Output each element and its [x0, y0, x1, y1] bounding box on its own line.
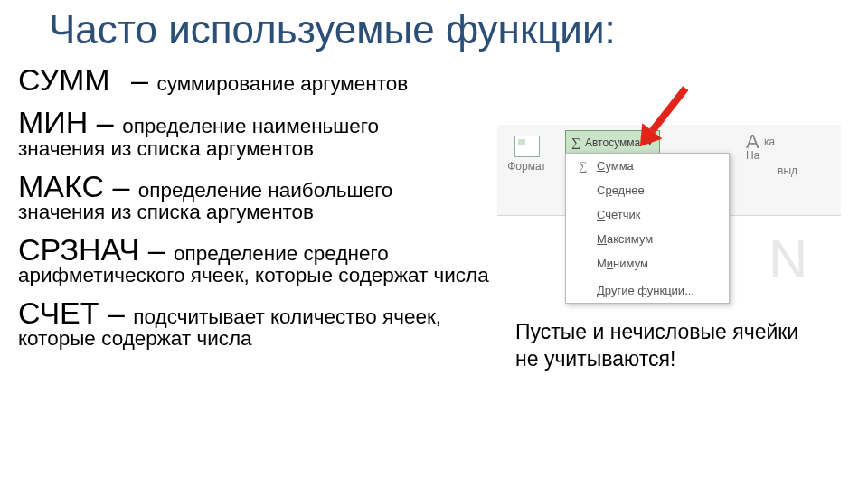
fn-desc-cont: значения из списка аргументов: [18, 202, 497, 224]
menu-label: Другие функции...: [597, 284, 694, 297]
sigma-icon: ∑: [575, 159, 591, 174]
function-definitions: СУММ – суммирование аргументов МИН – опр…: [18, 54, 497, 351]
def-count: СЧЕТ – подсчитывает количество ячеек, ко…: [18, 296, 497, 351]
fn-desc: подсчитывает количество ячеек,: [133, 305, 441, 328]
side-note: Пустые и нечисловые ячейки не учитываютс…: [515, 319, 823, 373]
rt-text2: На: [746, 149, 760, 162]
menu-label: Среднее: [597, 183, 645, 197]
fn-name: МИН: [18, 105, 88, 139]
fn-name: СЧЕТ: [18, 296, 99, 330]
autosum-dropdown-menu: ∑Сумма ∑Среднее ∑Счетчик ∑Максимум ∑Мини…: [565, 153, 730, 304]
menu-item-count[interactable]: ∑Счетчик: [566, 202, 729, 227]
format-label: Формат: [507, 160, 546, 173]
menu-item-min[interactable]: ∑Минимум: [566, 251, 729, 276]
fn-desc: определение наименьшего: [122, 115, 379, 137]
fn-desc-cont: арифметического ячеек, которые содержат …: [18, 265, 497, 287]
fn-name: МАКС: [18, 169, 104, 203]
def-max: МАКС – определение наибольшего значения …: [18, 170, 497, 224]
menu-item-avg[interactable]: ∑Среднее: [566, 178, 729, 202]
menu-label: Минимум: [597, 257, 648, 270]
menu-item-other[interactable]: ∑Другие функции...: [566, 278, 729, 303]
fn-name: СУММ: [18, 62, 110, 97]
slide-title: Часто используемые функции:: [49, 7, 616, 52]
excel-screenshot: Формат ∑ Автосумма ▼ A ка На выд N ∑Сумм…: [497, 92, 841, 300]
def-summ: СУММ – суммирование аргументов: [18, 63, 497, 97]
fn-desc: определение наибольшего: [138, 179, 393, 202]
bg-letter: N: [769, 228, 807, 290]
menu-label: Счетчик: [597, 208, 641, 221]
rt-text3: выд: [778, 164, 797, 177]
fn-dash: [114, 62, 131, 97]
menu-label: Сумма: [597, 159, 634, 173]
menu-separator: [566, 277, 729, 277]
menu-label: Максимум: [597, 232, 653, 246]
def-min: МИН – определение наименьшего значения и…: [18, 106, 497, 160]
menu-item-max[interactable]: ∑Максимум: [566, 227, 729, 251]
def-avg: СРЗНАЧ – определение среднего арифметиче…: [18, 233, 497, 287]
format-icon: [514, 136, 540, 157]
menu-item-sum[interactable]: ∑Сумма: [566, 154, 729, 178]
fn-desc-cont: значения из списка аргументов: [18, 138, 497, 161]
fn-desc-cont: которые содержат числа: [18, 328, 497, 351]
fn-desc: определение среднего: [174, 242, 389, 265]
format-button[interactable]: Формат: [502, 136, 552, 173]
fn-name: СРЗНАЧ: [18, 232, 139, 267]
fn-desc: суммирование аргументов: [156, 72, 408, 95]
sigma-icon: ∑: [571, 136, 580, 150]
rt-text: ка: [764, 136, 775, 148]
